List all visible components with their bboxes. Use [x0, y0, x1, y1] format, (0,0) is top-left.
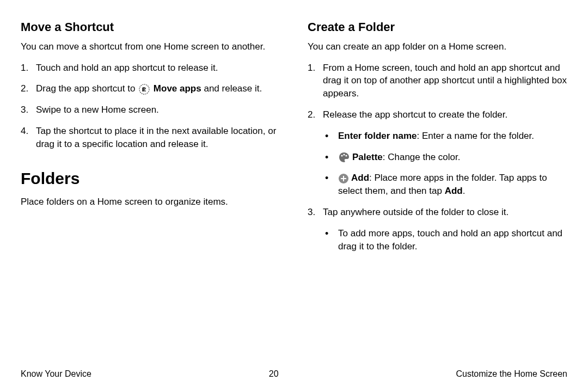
create-step-2-bullets: Enter folder name: Enter a name for the … — [323, 130, 567, 198]
move-step-4: Tap the shortcut to place it in the next… — [21, 125, 280, 151]
footer-right: Customize the Home Screen — [456, 368, 567, 380]
svg-point-2 — [341, 155, 342, 156]
footer-page-number: 20 — [269, 368, 279, 380]
create-step-2: Release the app shortcut to create the f… — [308, 108, 567, 198]
create-folder-steps: From a Home screen, touch and hold an ap… — [308, 62, 567, 253]
right-column: Create a Folder You can create an app fo… — [308, 19, 567, 261]
move-apps-icon — [139, 84, 150, 95]
move-shortcut-intro: You can move a shortcut from one Home sc… — [21, 40, 280, 53]
move-step-2: Drag the app shortcut to Move apps and r… — [21, 82, 280, 95]
svg-point-4 — [345, 155, 347, 156]
move-step-3: Swipe to a new Home screen. — [21, 103, 280, 117]
bullet-add: Add: Place more apps in the folder. Tap … — [323, 171, 567, 198]
bullet-add-more-apps: To add more apps, touch and hold an app … — [323, 227, 567, 253]
bullet-enter-name: Enter folder name: Enter a name for the … — [323, 130, 567, 143]
palette-icon — [338, 151, 350, 163]
create-folder-intro: You can create an app folder on a Home s… — [308, 40, 567, 53]
bullet-palette: Palette: Change the color. — [323, 151, 567, 164]
footer-left: Know Your Device — [21, 368, 91, 380]
create-step-3: Tap anywhere outside of the folder to cl… — [308, 206, 567, 253]
move-shortcut-steps: Touch and hold an app shortcut to releas… — [21, 62, 280, 151]
move-shortcut-heading: Move a Shortcut — [21, 19, 280, 36]
folders-intro: Place folders on a Home screen to organi… — [21, 195, 280, 209]
move-step-1: Touch and hold an app shortcut to releas… — [21, 62, 280, 75]
left-column: Move a Shortcut You can move a shortcut … — [21, 19, 280, 261]
create-step-3-bullets: To add more apps, touch and hold an app … — [323, 227, 567, 253]
svg-point-3 — [343, 154, 345, 155]
create-step-1: From a Home screen, touch and hold an ap… — [308, 62, 567, 100]
svg-rect-7 — [341, 178, 346, 179]
create-folder-heading: Create a Folder — [308, 19, 567, 36]
plus-icon — [338, 173, 349, 184]
folders-heading: Folders — [21, 167, 280, 190]
page-footer: Know Your Device 20 Customize the Home S… — [21, 368, 567, 380]
